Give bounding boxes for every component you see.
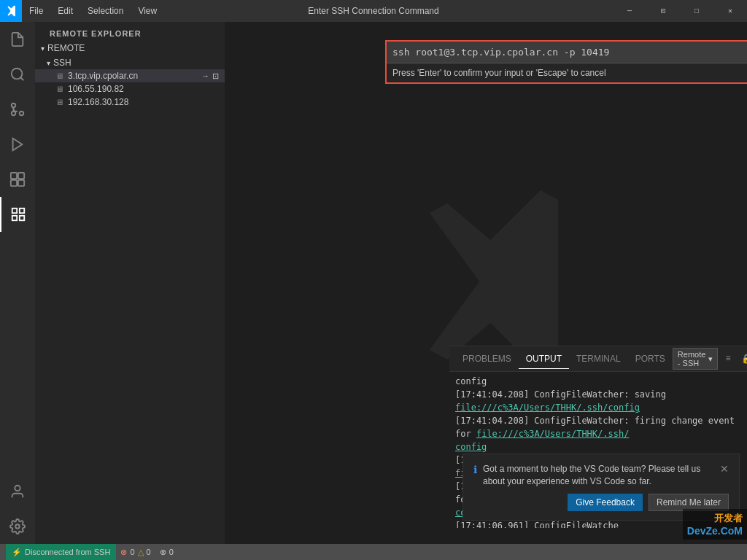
configure-icon[interactable]: ⊡ xyxy=(212,71,219,81)
warning-icon: △ xyxy=(138,548,144,557)
svg-rect-12 xyxy=(20,209,24,213)
sidebar-item-192[interactable]: 🖥 192.168.30.128 xyxy=(35,96,225,109)
connect-new-window-icon[interactable]: → xyxy=(201,71,209,81)
status-info[interactable]: ⊗ 0 xyxy=(155,544,178,560)
window-title: Enter SSH Connection Command xyxy=(308,6,438,16)
devze-watermark: 开发者 DevZe.CoM xyxy=(683,509,747,540)
monitor-icon-3: 🖥 xyxy=(55,98,63,106)
ssh-hint-text: Press 'Enter' to confirm your input or '… xyxy=(387,63,747,82)
remote-explorer-activity-icon[interactable] xyxy=(0,197,35,232)
output-dropdown[interactable]: Remote - SSH ▾ xyxy=(673,348,719,370)
log-line-2: [17:41:04.208] ConfigFileWatcher: firing… xyxy=(455,414,741,454)
sidebar-item-3tcp[interactable]: 🖥 3.tcp.vip.cpolar.cn → ⊡ xyxy=(35,69,225,82)
status-ssh-item[interactable]: ⚡ Disconnected from SSH xyxy=(6,544,116,560)
activity-bar-bottom xyxy=(0,474,35,544)
error-count: 0 xyxy=(130,548,134,556)
dropdown-chevron-icon: ▾ xyxy=(708,354,713,364)
svg-marker-6 xyxy=(13,139,23,151)
ssh-input-row: 不能漏掉端口号 xyxy=(387,42,747,63)
svg-rect-8 xyxy=(18,173,24,179)
account-activity-icon[interactable] xyxy=(0,474,35,509)
close-button[interactable]: ✕ xyxy=(713,0,747,22)
restore-button[interactable]: ⊡ xyxy=(646,0,680,22)
sidebar-item-actions: → ⊡ xyxy=(201,71,219,81)
panel-list-icon[interactable]: ≡ xyxy=(722,352,733,365)
minimize-button[interactable]: ─ xyxy=(613,0,646,22)
editor-area: 不能漏掉端口号 Press 'Enter' to confirm your in… xyxy=(225,22,747,544)
title-bar: File Edit Selection View Enter SSH Conne… xyxy=(0,0,747,22)
status-bar: ⚡ Disconnected from SSH ⊗ 0 △ 0 ⊗ 0 xyxy=(0,544,747,560)
explorer-activity-icon[interactable] xyxy=(0,22,35,57)
search-activity-icon[interactable] xyxy=(0,57,35,92)
sidebar: Remote Explorer ▾ REMOTE ▾ SSH 🖥 3.tcp.v… xyxy=(35,22,225,544)
devze-bottom-text: DevZe.CoM xyxy=(687,525,743,537)
notification-info-icon: ℹ xyxy=(473,464,477,475)
tab-terminal[interactable]: TERMINAL xyxy=(569,349,628,369)
svg-point-0 xyxy=(12,69,23,79)
remote-chevron-icon: ▾ xyxy=(41,44,44,52)
notification-close-button[interactable]: ✕ xyxy=(720,463,729,475)
ssh-group-label: SSH xyxy=(53,58,71,68)
svg-rect-11 xyxy=(12,209,17,213)
svg-rect-7 xyxy=(11,173,17,179)
info-count: 0 xyxy=(169,548,174,556)
devze-top-text: 开发者 xyxy=(714,512,743,525)
error-icon: ⊗ xyxy=(120,548,127,557)
notification-text: Got a moment to help the VS Code team? P… xyxy=(483,463,714,488)
give-feedback-button[interactable]: Give Feedback xyxy=(568,494,643,511)
tab-problems[interactable]: PROBLEMS xyxy=(455,349,519,369)
remote-group-label: REMOTE xyxy=(47,43,85,53)
svg-line-1 xyxy=(20,77,23,80)
activity-bar xyxy=(0,22,35,544)
vscode-logo xyxy=(0,0,22,22)
ssh-group: ▾ SSH 🖥 3.tcp.vip.cpolar.cn → ⊡ 🖥 106.55… xyxy=(35,55,225,110)
status-bar-left: ⚡ Disconnected from SSH ⊗ 0 △ 0 ⊗ 0 xyxy=(6,544,178,560)
sidebar-item-192-label: 192.168.30.128 xyxy=(68,97,128,107)
monitor-icon: 🖥 xyxy=(55,71,63,80)
status-errors[interactable]: ⊗ 0 △ 0 xyxy=(116,544,155,560)
main-layout: Remote Explorer ▾ REMOTE ▾ SSH 🖥 3.tcp.v… xyxy=(0,22,747,544)
svg-rect-14 xyxy=(20,216,24,220)
svg-rect-13 xyxy=(12,216,17,220)
panel-lock-icon[interactable]: 🔒 xyxy=(738,352,747,366)
ssh-dialog: 不能漏掉端口号 Press 'Enter' to confirm your in… xyxy=(385,40,747,84)
window-controls: ─ ⊡ □ ✕ xyxy=(613,0,747,22)
sidebar-item-106-label: 106.55.190.82 xyxy=(68,84,124,94)
log-line-1: [17:41:04.208] ConfigFileWatcher: saving… xyxy=(455,388,741,414)
panel-actions: Remote - SSH ▾ ≡ 🔒 ⧉ ∧ ✕ xyxy=(673,348,747,370)
svg-point-2 xyxy=(20,112,24,116)
run-activity-icon[interactable] xyxy=(0,127,35,162)
sidebar-header: Remote Explorer xyxy=(35,22,225,42)
ssh-chevron-icon: ▾ xyxy=(47,59,50,67)
warning-count: 0 xyxy=(147,548,151,556)
ssh-command-input[interactable] xyxy=(392,47,740,58)
source-control-activity-icon[interactable] xyxy=(0,92,35,127)
title-bar-left: File Edit Selection View xyxy=(0,0,164,22)
tab-ports[interactable]: PORTS xyxy=(628,349,673,369)
menu-file[interactable]: File xyxy=(22,0,50,22)
maximize-button[interactable]: □ xyxy=(680,0,713,22)
log-line-0: config xyxy=(455,375,741,388)
panel-tabs: PROBLEMS OUTPUT TERMINAL PORTS Remote - … xyxy=(449,346,747,372)
settings-activity-icon[interactable] xyxy=(0,509,35,544)
menu-edit[interactable]: Edit xyxy=(50,0,80,22)
log-link-1[interactable]: file:///c%3A/Users/THHK/.ssh/config xyxy=(455,402,640,413)
ssh-group-header[interactable]: ▾ SSH xyxy=(35,56,225,69)
ssh-status-text: Disconnected from SSH xyxy=(25,548,110,556)
svg-point-15 xyxy=(15,486,20,491)
menu-bar: File Edit Selection View xyxy=(22,0,164,22)
monitor-icon-2: 🖥 xyxy=(55,85,63,93)
dropdown-label: Remote - SSH xyxy=(678,350,706,368)
svg-point-3 xyxy=(12,104,16,108)
sidebar-item-3tcp-label: 3.tcp.vip.cpolar.cn xyxy=(68,71,138,81)
tab-output[interactable]: OUTPUT xyxy=(519,349,569,369)
svg-rect-10 xyxy=(18,180,24,186)
remote-group-header[interactable]: ▾ REMOTE xyxy=(35,42,225,55)
svg-rect-9 xyxy=(11,180,17,186)
menu-view[interactable]: View xyxy=(131,0,164,22)
log-link-2[interactable]: file:///c%3A/Users/THHK/.ssh/config xyxy=(455,429,629,452)
svg-point-16 xyxy=(15,524,20,529)
extensions-activity-icon[interactable] xyxy=(0,162,35,197)
sidebar-item-106[interactable]: 🖥 106.55.190.82 xyxy=(35,82,225,96)
menu-selection[interactable]: Selection xyxy=(80,0,131,22)
